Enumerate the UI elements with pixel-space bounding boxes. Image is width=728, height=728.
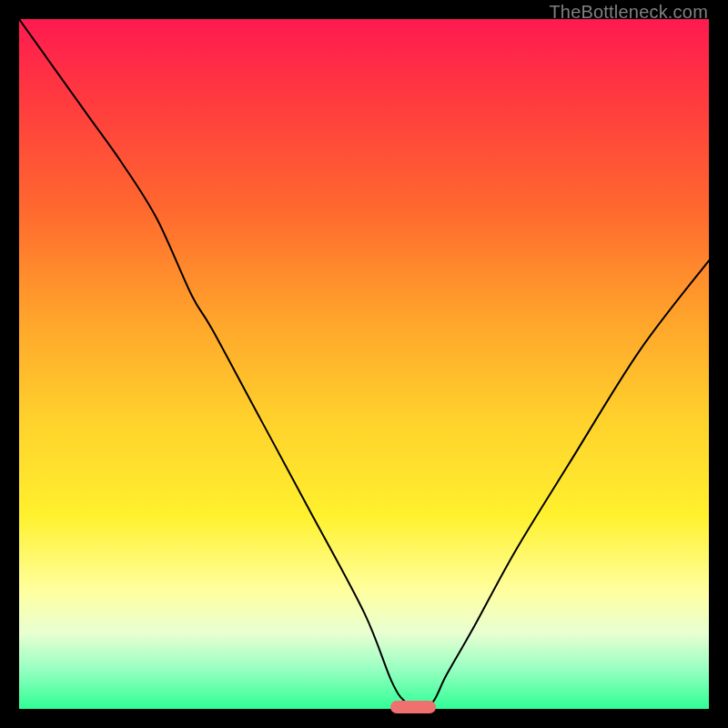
baseline-marker (390, 701, 436, 713)
bottleneck-curve (19, 19, 709, 709)
watermark-label: TheBottleneck.com (549, 2, 708, 23)
chart-frame: TheBottleneck.com (0, 0, 728, 728)
plot-area (18, 18, 710, 710)
